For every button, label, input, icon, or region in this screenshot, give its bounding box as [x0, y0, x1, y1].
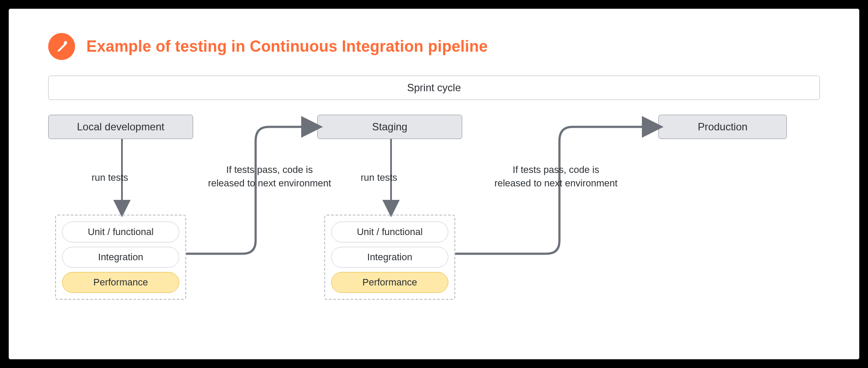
diagram-header: Example of testing in Continuous Integra… [48, 33, 820, 60]
env-box-staging: Staging [317, 115, 462, 139]
arrow-curve-icon [186, 115, 321, 267]
tests-pass-label: If tests pass, code isreleased to next e… [487, 163, 625, 190]
test-pill-performance: Performance [62, 272, 179, 293]
tests-pass-label: If tests pass, code isreleased to next e… [200, 163, 339, 190]
tests-group-local: Unit / functional Integration Performanc… [55, 215, 186, 300]
env-box-production: Production [658, 115, 787, 139]
diagram-card: Example of testing in Continuous Integra… [9, 9, 859, 359]
test-pill-unit: Unit / functional [331, 222, 448, 242]
env-label-staging: Staging [372, 121, 407, 133]
test-pill-performance: Performance [331, 272, 448, 293]
postman-icon [48, 33, 75, 60]
sprint-cycle-label: Sprint cycle [407, 82, 461, 94]
sprint-cycle-bar: Sprint cycle [48, 76, 820, 100]
arrow-curve-icon [455, 115, 659, 267]
env-label-local: Local development [77, 121, 164, 133]
tests-group-staging: Unit / functional Integration Performanc… [324, 215, 455, 300]
svg-point-0 [64, 41, 67, 44]
flow-area: Local development Staging Production [48, 115, 820, 319]
run-tests-label: run tests [92, 171, 128, 185]
test-pill-integration: Integration [62, 247, 179, 268]
env-box-local: Local development [48, 115, 193, 139]
diagram-title: Example of testing in Continuous Integra… [86, 37, 488, 56]
test-pill-unit: Unit / functional [62, 222, 179, 242]
env-label-production: Production [698, 121, 748, 133]
run-tests-label: run tests [361, 171, 397, 185]
test-pill-integration: Integration [331, 247, 448, 268]
